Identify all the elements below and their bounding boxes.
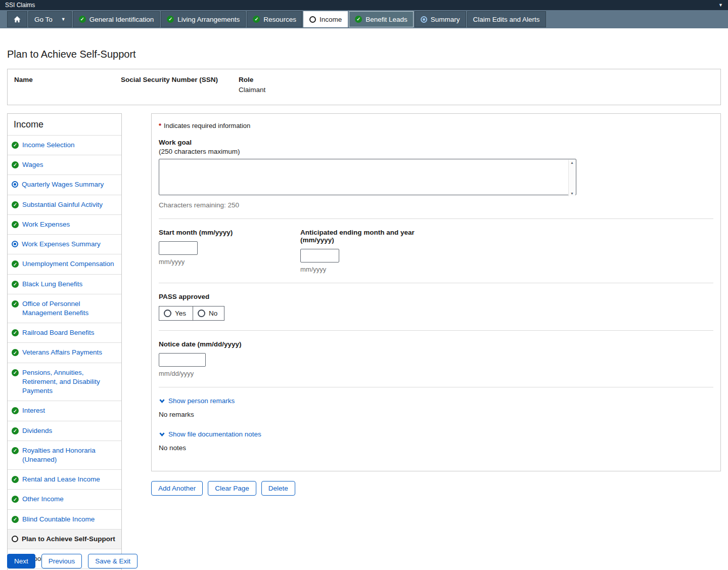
sidebar-item-label[interactable]: Other Income [22,495,64,504]
current-page-icon [12,536,18,542]
divider [159,283,713,283]
sidebar-item-rental-and-lease-income[interactable]: Rental and Lease Income [8,469,121,489]
complete-icon [12,161,19,168]
end-month-input[interactable] [300,249,339,262]
sidebar-item-label[interactable]: Interest [22,406,45,415]
sidebar-item-label[interactable]: Office of Personnel Management Benefits [22,299,116,318]
pass-approved-no-option[interactable]: No [193,306,224,320]
required-asterisk: * [159,122,161,129]
next-button[interactable]: Next [7,554,35,568]
start-month-input[interactable] [159,241,198,255]
required-note: *Indicates required information [159,122,713,129]
sidebar-item-other-income[interactable]: Other Income [8,489,121,509]
notice-date-label: Notice date (mm/dd/yyyy) [159,340,713,348]
complete-icon [12,476,19,483]
divider [159,218,713,219]
sidebar-item-label[interactable]: Work Expenses Summary [22,240,101,249]
sidebar-item-label[interactable]: Dividends [22,426,52,435]
complete-icon [12,407,19,414]
show-person-remarks-toggle[interactable]: Show person remarks [159,397,713,405]
pass-approved-yes-option[interactable]: Yes [159,306,193,320]
role-label: Role [239,76,714,83]
divider [159,387,713,387]
sidebar-item-office-of-personnel-management-benefits[interactable]: Office of Personnel Management Benefits [8,294,121,323]
tab-benefit-leads[interactable]: Benefit Leads [349,11,414,27]
sidebar-item-wages[interactable]: Wages [8,155,121,174]
tab-summary[interactable]: Summary [415,11,466,27]
radio-label: No [209,310,217,317]
sidebar-item-label[interactable]: Wages [22,160,43,169]
scroll-up-icon[interactable]: ▲ [570,161,574,164]
sidebar-item-label[interactable]: Unemployment Compensation [22,259,114,269]
sidebar-item-dividends[interactable]: Dividends [8,421,121,441]
tab-label: Benefit Leads [366,16,407,23]
end-month-format-hint: mm/yyyy [300,266,442,273]
notice-date-input[interactable] [159,353,206,367]
sidebar-title: Income [8,114,121,135]
work-goal-textarea[interactable] [159,159,576,195]
sidebar-item-veterans-affairs-payments[interactable]: Veterans Affairs Payments [8,342,121,362]
show-file-documentation-notes-toggle[interactable]: Show file documentation notes [159,430,713,438]
previous-button[interactable]: Previous [41,554,82,568]
tab-label: Resources [263,16,296,23]
sidebar-item-income-selection[interactable]: Income Selection [8,135,121,155]
characters-remaining: Characters remaining: 250 [159,201,713,209]
complete-icon [355,16,362,23]
sidebar-item-black-lung-benefits[interactable]: Black Lung Benefits [8,274,121,294]
divider [159,330,713,331]
textarea-scrollbar[interactable]: ▲ ▼ [568,160,575,196]
tab-income[interactable]: Income [303,11,348,27]
complete-icon [12,221,19,228]
sidebar-item-interest[interactable]: Interest [8,401,121,420]
complete-icon [167,16,174,23]
scroll-down-icon[interactable]: ▼ [570,192,574,195]
sidebar-item-plan-to-achieve-self-support[interactable]: Plan to Achieve Self-Support [8,529,121,549]
titlebar-caret-icon[interactable]: ▼ [718,3,723,8]
sidebar-item-label: Plan to Achieve Self-Support [22,535,115,544]
radio-icon[interactable] [164,310,171,317]
sidebar-item-label[interactable]: Rental and Lease Income [22,475,100,484]
sidebar-item-label[interactable]: Pensions, Annuities, Retirement, and Dis… [22,368,116,396]
sidebar-item-unemployment-compensation[interactable]: Unemployment Compensation [8,254,121,274]
tab-general-identification[interactable]: General Identification [73,11,160,27]
sidebar-item-substantial-gainful-activity[interactable]: Substantial Gainful Activity [8,195,121,214]
radio-icon[interactable] [198,310,205,317]
clear-page-button[interactable]: Clear Page [208,481,256,496]
in-progress-icon [12,181,18,188]
sidebar-item-label[interactable]: Railroad Board Benefits [22,328,95,337]
sidebar-item-work-expenses-summary[interactable]: Work Expenses Summary [8,234,121,254]
sidebar-item-blind-countable-income[interactable]: Blind Countable Income [8,509,121,529]
complete-icon [79,16,86,23]
tab-claim-edits-and-alerts[interactable]: Claim Edits and Alerts [467,11,546,27]
sidebar-item-label[interactable]: Royalties and Honoraria (Unearned) [22,446,116,464]
name-label: Name [14,76,121,83]
chevron-down-icon [159,431,165,437]
sidebar-item-label[interactable]: Veterans Affairs Payments [22,348,102,357]
sidebar-item-work-expenses[interactable]: Work Expenses [8,214,121,234]
home-button[interactable] [7,11,27,27]
app-titlebar: SSI Claims ▼ [0,0,728,10]
sidebar-item-label[interactable]: Substantial Gainful Activity [22,200,103,209]
goto-dropdown[interactable]: Go To ▼ [28,11,72,27]
sidebar-item-label[interactable]: Black Lung Benefits [22,280,82,289]
complete-icon [12,329,19,336]
sidebar-item-royalties-and-honoraria-unearned[interactable]: Royalties and Honoraria (Unearned) [8,441,121,469]
delete-button[interactable]: Delete [261,481,295,496]
sidebar-item-label[interactable]: Quarterly Wages Summary [22,180,104,189]
tab-resources[interactable]: Resources [247,11,302,27]
complete-icon [12,496,19,503]
add-another-button[interactable]: Add Another [151,481,203,496]
page-title: Plan to Achieve Self-Support [7,49,721,60]
save-and-exit-button[interactable]: Save & Exit [88,554,138,568]
sidebar-item-pensions-annuities-retirement-disability[interactable]: Pensions, Annuities, Retirement, and Dis… [8,363,121,401]
sidebar-item-railroad-board-benefits[interactable]: Railroad Board Benefits [8,323,121,342]
tab-living-arrangements[interactable]: Living Arrangements [161,11,246,27]
complete-icon [253,16,260,23]
sidebar-item-label[interactable]: Blind Countable Income [22,515,95,524]
sidebar-item-quarterly-wages-summary[interactable]: Quarterly Wages Summary [8,174,121,194]
start-month-label: Start month (mm/yyyy) [159,229,300,236]
complete-icon [12,260,19,268]
sidebar-item-label[interactable]: Income Selection [22,141,75,150]
sidebar-item-label[interactable]: Work Expenses [22,220,70,229]
in-progress-icon [421,16,427,23]
